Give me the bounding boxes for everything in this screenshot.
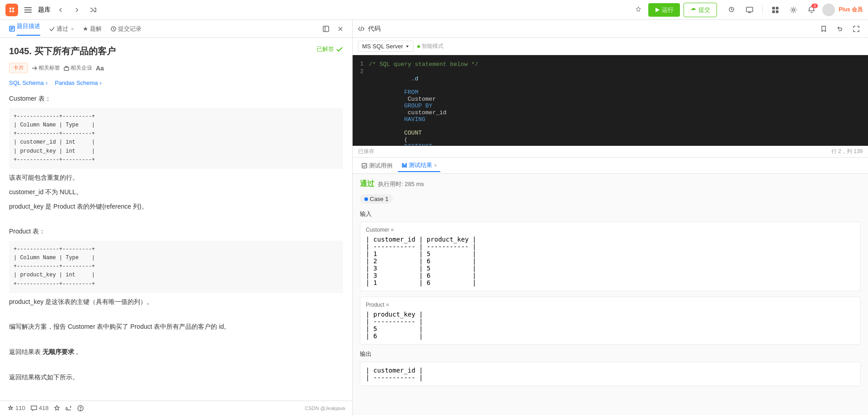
tag-font-size[interactable]: Aa	[96, 65, 104, 72]
tab-description[interactable]: 题目描述	[5, 20, 44, 37]
pandas-schema-link[interactable]: Pandas Schema ›	[55, 79, 102, 86]
desc-order: 返回结果表 无顺序要求 。	[9, 347, 343, 358]
star-button[interactable]	[54, 405, 60, 411]
smart-mode: 智能模式	[417, 42, 443, 50]
case-dot	[364, 197, 368, 201]
svg-rect-19	[64, 67, 69, 70]
problem-header: 1045. 买下所有产品的客户 已解答	[9, 45, 343, 57]
next-icon[interactable]	[71, 4, 83, 16]
bookmark-icon[interactable]	[817, 23, 830, 35]
solved-badge: 已解答	[316, 45, 343, 53]
desc-product-note: product_key 是这张表的主键（具有唯一值的列）。	[9, 297, 343, 308]
share-button[interactable]	[66, 405, 72, 411]
desc-customer-table-label: Customer 表：	[9, 93, 343, 104]
top-nav: 题库 运行 提交 0 Plus	[0, 0, 868, 20]
gear-icon[interactable]	[786, 3, 801, 17]
right-panel: 代码 MS SQL Server 智能模式 1	[353, 20, 868, 415]
code-editor[interactable]: 1 /* SQL query statement below */ 2 .d F…	[353, 55, 868, 145]
notification-icon[interactable]: 0	[804, 3, 819, 17]
fullscreen-icon[interactable]	[850, 23, 863, 35]
exec-time: 执行用时: 285 ms	[378, 180, 424, 188]
svg-rect-15	[323, 26, 329, 32]
problem-description: Customer 表： +-------------+---------+ | …	[9, 93, 343, 401]
desc-product-table-label: Product 表：	[9, 226, 343, 237]
desc-customer-table: +-------------+---------+ | Column Name …	[9, 108, 343, 169]
desc-customer-note-3: product_key 是 Product 表的外键(reference 列)。	[9, 201, 343, 212]
svg-point-9	[793, 9, 795, 11]
language-select[interactable]: MS SQL Server	[358, 41, 414, 52]
settings-star-icon[interactable]	[632, 4, 645, 16]
tab-pass-close[interactable]: ×	[71, 26, 74, 32]
nav-title: 题库	[38, 6, 51, 14]
code-header: 代码	[353, 20, 868, 38]
tag-related-companies[interactable]: 相关企业	[64, 64, 92, 72]
code-title: 代码	[368, 25, 381, 33]
customer-table-container: Customer = | customer_id | product_key |…	[360, 222, 861, 291]
desc-format: 返回结果格式如下所示。	[9, 372, 343, 383]
svg-rect-8	[776, 10, 778, 13]
tab-history[interactable]: 提交记录	[107, 23, 145, 35]
svg-marker-3	[656, 8, 660, 12]
product-table-container: Product = | product_key | | ----------- …	[360, 297, 861, 345]
cursor-position: 行 2，列 139	[831, 148, 863, 155]
svg-rect-7	[772, 10, 775, 13]
output-table-container: | customer_id | | ----------- |	[360, 362, 861, 386]
svg-rect-2	[24, 12, 32, 13]
alarm-icon[interactable]	[724, 3, 739, 17]
code-line-1: 1 /* SQL query statement below */	[353, 61, 868, 68]
tags-row: 卡片 相关标签 相关企业 Aa	[9, 63, 343, 73]
submit-button[interactable]: 提交	[684, 3, 717, 17]
left-panel: 题目描述 通过 × 题解 提交记录	[0, 20, 353, 415]
svg-rect-0	[24, 7, 32, 8]
grid-icon[interactable]	[768, 3, 783, 17]
tab-pass[interactable]: 通过 ×	[46, 23, 77, 35]
shuffle-icon[interactable]	[87, 4, 99, 16]
schema-links: SQL Schema › Pandas Schema ›	[9, 79, 343, 86]
run-button[interactable]: 运行	[648, 3, 680, 17]
code-toolbar: MS SQL Server 智能模式	[353, 38, 868, 55]
comment-button[interactable]: 418	[31, 405, 49, 411]
tag-related-tags[interactable]: 相关标签	[32, 64, 60, 72]
close-panel-icon[interactable]	[334, 23, 347, 35]
prev-icon[interactable]	[54, 4, 67, 16]
test-case-tab[interactable]: 测试用例	[358, 160, 396, 172]
desc-task: 编写解决方案，报告 Customer 表中购买了 Product 表中所有产品的…	[9, 322, 343, 332]
plus-badge[interactable]: Plus 会员	[839, 6, 863, 14]
screen-icon[interactable]	[742, 3, 757, 17]
main-container: 题目描述 通过 × 题解 提交记录	[0, 20, 868, 415]
svg-rect-1	[24, 9, 32, 10]
tab-solution[interactable]: 题解	[79, 23, 105, 35]
problem-title: 1045. 买下所有产品的客户	[9, 45, 116, 57]
pass-row: 通过 执行用时: 285 ms	[360, 179, 861, 189]
result-tab-close[interactable]: ×	[434, 163, 437, 168]
desc-product-table: +-------------+---------+ | Column Name …	[9, 241, 343, 293]
expand-left-icon[interactable]	[320, 23, 332, 35]
product-table-data: | product_key | | ----------- | | 5 | | …	[366, 311, 855, 340]
code-status: 已保存 行 2，列 139	[353, 145, 868, 158]
case-badge[interactable]: Case 1	[360, 194, 393, 204]
output-table-data: | customer_id | | ----------- |	[366, 367, 855, 381]
customer-table-label: Customer =	[366, 227, 855, 233]
avatar[interactable]	[822, 4, 835, 16]
help-button[interactable]	[77, 405, 84, 411]
svg-point-21	[80, 410, 81, 410]
input-label: 输入	[360, 210, 861, 218]
undo-icon[interactable]	[834, 23, 846, 35]
test-result-tab[interactable]: 测试结果 ×	[398, 159, 440, 172]
logo[interactable]	[5, 4, 18, 16]
svg-rect-5	[772, 7, 775, 9]
customer-table-data: | customer_id | product_key | | --------…	[366, 236, 855, 286]
pass-text: 通过	[360, 179, 374, 189]
hamburger-icon[interactable]	[22, 4, 34, 16]
code-brackets-icon	[358, 26, 364, 32]
left-content: 1045. 买下所有产品的客户 已解答 卡片 相关标签 相关企业	[0, 38, 352, 401]
sql-schema-link[interactable]: SQL Schema ›	[9, 79, 47, 86]
like-button[interactable]: 110	[7, 405, 25, 411]
tag-card[interactable]: 卡片	[9, 63, 28, 73]
copyright: CSDN @Jeakjava	[305, 406, 345, 411]
result-tabs: 测试用例 测试结果 ×	[353, 158, 868, 174]
desc-customer-note-2: customer_id 不为 NULL。	[9, 187, 343, 198]
output-label: 输出	[360, 350, 861, 358]
svg-rect-4	[746, 7, 753, 12]
result-content: 通过 执行用时: 285 ms Case 1 输入 Customer = | c…	[353, 174, 868, 397]
